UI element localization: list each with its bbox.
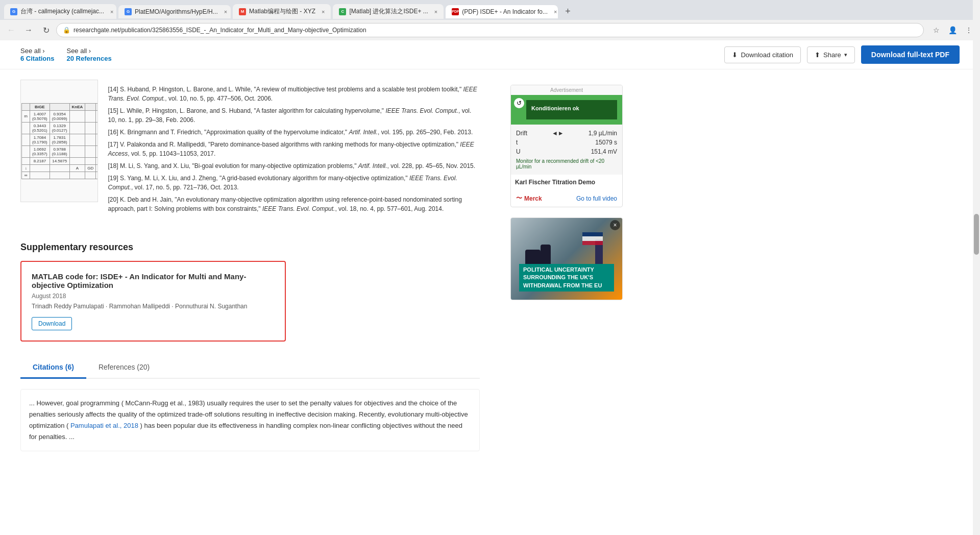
supplementary-card-title: MATLAB code for: ISDE+ - An Indicator fo… xyxy=(32,272,275,289)
ref-18: [18] M. Li, S. Yang, and X. Liu, "Bi-goa… xyxy=(108,161,480,171)
refs-count-label: 20 References xyxy=(66,55,111,62)
reload-icon: ↻ xyxy=(43,26,50,35)
ad-label-1: Advertisement xyxy=(511,85,622,95)
share-button[interactable]: ⬆ Share ▾ xyxy=(807,46,855,63)
top-bar-right: ⬇ Download citation ⬆ Share ▾ Download f… xyxy=(724,45,960,64)
ad-title: Karl Fischer Titration Demo xyxy=(511,175,622,190)
ref-16: [16] K. Bringmann and T. Friedrich, "App… xyxy=(108,128,480,137)
new-tab-button[interactable]: + xyxy=(560,3,576,20)
ad-u-label: U xyxy=(516,148,521,155)
supplementary-card: MATLAB code for: ISDE+ - An Indicator fo… xyxy=(20,261,286,342)
download-citation-icon: ⬇ xyxy=(732,51,738,59)
tab-citations[interactable]: Citations (6) xyxy=(20,357,86,379)
browser-toolbar: ← → ↻ 🔒 researchgate.net/publication/325… xyxy=(0,20,980,40)
tab-references-label: References (20) xyxy=(99,363,150,371)
tab-label-5: (PDF) ISDE+ - An Indicator fo... xyxy=(462,8,548,15)
tab-favicon-5: PDF xyxy=(452,8,459,15)
download-pdf-button[interactable]: Download full-text PDF xyxy=(861,45,960,64)
tabs-section: Citations (6) References (20) ... Howeve… xyxy=(20,357,480,461)
back-button[interactable]: ← xyxy=(4,23,18,37)
comparison-data-table: BiGE KnEA L xyxy=(21,103,97,179)
supplementary-card-date: August 2018 xyxy=(32,293,275,300)
ad-overlay-text: POLITICAL UNCERTAINTY SURROUNDING THE UK… xyxy=(519,264,614,291)
download-resource-button[interactable]: Download xyxy=(32,317,72,330)
browser-tab-4[interactable]: C [Matlab] 进化算法之ISDE+ ... × xyxy=(333,4,444,19)
ad-u-value: 151,4 mV xyxy=(591,148,617,155)
ad-drift-label: Drift xyxy=(516,130,527,137)
reload-button[interactable]: ↻ xyxy=(39,23,53,37)
ad-konditionieren-label: Konditionieren ok xyxy=(531,105,612,111)
browser-tab-3[interactable]: M Matlab编程与绘图 - XYZ × xyxy=(233,4,331,19)
ad-drift-value: 1,9 µL/min xyxy=(589,130,617,137)
profile-button[interactable]: 👤 xyxy=(945,23,960,37)
scrollbar-track[interactable] xyxy=(973,40,980,535)
see-all-refs-link[interactable]: See all › xyxy=(66,47,111,55)
paper-table-image: Comparison of BiGE KnEA xyxy=(20,80,98,202)
browser-frame: G 台湾 - callmejacky (callmejac... × G Pla… xyxy=(0,0,980,535)
tab-close-1[interactable]: × xyxy=(110,9,113,15)
share-chevron-icon: ▾ xyxy=(844,52,847,58)
ad-footer: 〜 Merck Go to full video xyxy=(511,190,622,207)
download-pdf-label: Download full-text PDF xyxy=(871,51,949,59)
tab-citations-label: Citations (6) xyxy=(33,363,74,371)
share-icon: ⬆ xyxy=(815,51,820,59)
download-resource-label: Download xyxy=(38,320,65,327)
tab-label-2: PlatEMO/Algorithms/HypE/H... xyxy=(135,8,218,15)
browser-tab-5[interactable]: PDF (PDF) ISDE+ - An Indicator fo... × xyxy=(446,5,558,18)
content-area: Comparison of BiGE KnEA xyxy=(0,69,500,482)
tab-close-5[interactable]: × xyxy=(554,9,557,15)
browser-tab-2[interactable]: G PlatEMO/Algorithms/HypE/H... × xyxy=(118,5,231,18)
tab-favicon-1: G xyxy=(10,8,17,15)
ad-box-2: × POLITICAL UNCERTAINTY SURROUNDING THE … xyxy=(510,217,623,300)
ad-t-row: t 15079 s xyxy=(516,139,617,146)
supplementary-title: Supplementary resources xyxy=(20,242,480,253)
ad-monitor-text: Monitor for a recommended drift of <20 µ… xyxy=(516,158,617,169)
bookmark-button[interactable]: ☆ xyxy=(929,23,943,37)
see-all-citations-block: See all › 6 Citations xyxy=(20,47,54,62)
ad-drift-row: Drift ◄► 1,9 µL/min xyxy=(516,130,617,137)
ref-15: [15] L. While, P. Hingston, L. Barone, a… xyxy=(108,106,480,125)
ref-17: [17] V. Palakonda and R. Mallipeddi, "Pa… xyxy=(108,140,480,158)
main-layout: Comparison of BiGE KnEA xyxy=(0,69,980,482)
tab-favicon-4: C xyxy=(339,8,346,15)
ad-image-placeholder: POLITICAL UNCERTAINTY SURROUNDING THE UK… xyxy=(511,218,622,300)
citation-highlight: Pamulapati et al., 2018 xyxy=(70,422,138,429)
ad-link[interactable]: Go to full video xyxy=(576,195,617,202)
see-all-citations-link[interactable]: See all › xyxy=(20,47,54,55)
tab-close-2[interactable]: × xyxy=(224,9,227,15)
tab-label-4: [Matlab] 进化算法之ISDE+ ... xyxy=(349,7,428,16)
forward-button[interactable]: → xyxy=(21,23,36,37)
tab-references[interactable]: References (20) xyxy=(86,357,162,379)
browser-tab-1[interactable]: G 台湾 - callmejacky (callmejac... × xyxy=(4,4,116,19)
citation-text-block: ... However, goal programming ( McCann-R… xyxy=(20,389,480,451)
tab-content-citations: ... However, goal programming ( McCann-R… xyxy=(20,379,480,461)
scrollbar-thumb[interactable] xyxy=(974,214,979,255)
ad-brand: Merck xyxy=(524,195,542,202)
ad-t-label: t xyxy=(516,139,518,146)
tabs-bar: Citations (6) References (20) xyxy=(20,357,480,379)
lock-icon: 🔒 xyxy=(63,27,70,34)
ad-u-row: U 151,4 mV xyxy=(516,148,617,155)
share-label: Share xyxy=(823,51,841,59)
download-citation-button[interactable]: ⬇ Download citation xyxy=(724,46,801,63)
ad-t-value: 15079 s xyxy=(595,139,617,146)
back-icon: ← xyxy=(7,26,15,35)
see-all-citations-text: See all › xyxy=(20,47,45,55)
tab-favicon-3: M xyxy=(239,8,246,15)
see-all-refs-block: See all › 20 References xyxy=(66,47,111,62)
tab-close-4[interactable]: × xyxy=(434,9,437,15)
ref-19: [19] S. Yang, M. Li, X. Liu, and J. Zhen… xyxy=(108,174,480,192)
url-text: researchgate.net/publication/325863556_I… xyxy=(74,27,366,34)
download-citation-label: Download citation xyxy=(741,51,793,59)
tab-label-1: 台湾 - callmejacky (callmejac... xyxy=(20,7,104,16)
browser-titlebar: G 台湾 - callmejacky (callmejac... × G Pla… xyxy=(0,0,980,20)
ref-14: [14] S. Huband, P. Hingston, L. Barone, … xyxy=(108,85,480,103)
supplementary-section: Supplementary resources MATLAB code for:… xyxy=(20,242,480,342)
references-section: [14] S. Huband, P. Hingston, L. Barone, … xyxy=(108,85,480,216)
address-bar[interactable]: 🔒 researchgate.net/publication/325863556… xyxy=(56,23,924,37)
tab-close-3[interactable]: × xyxy=(322,9,325,15)
top-bar: See all › 6 Citations See all › 20 Refer… xyxy=(0,40,980,69)
top-bar-left: See all › 6 Citations See all › 20 Refer… xyxy=(20,47,112,62)
see-all-refs-text: See all › xyxy=(66,47,91,55)
forward-icon: → xyxy=(24,26,33,35)
